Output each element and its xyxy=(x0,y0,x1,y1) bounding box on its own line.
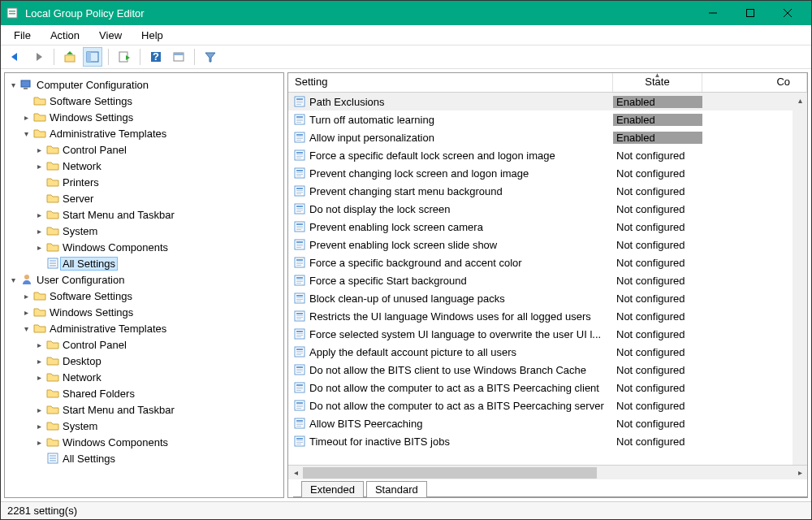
column-setting[interactable]: Setting xyxy=(288,73,613,92)
tree-desktop-user[interactable]: ▸Desktop xyxy=(6,353,282,369)
list-row[interactable]: Prevent enabling lock screen slide showN… xyxy=(288,236,807,254)
list-row[interactable]: Timeout for inactive BITS jobsNot config… xyxy=(288,432,807,450)
minimize-button[interactable] xyxy=(694,1,732,25)
row-state: Enabled xyxy=(613,96,702,108)
vertical-scrollbar[interactable]: ▴ xyxy=(793,93,807,465)
properties-button[interactable] xyxy=(169,47,188,67)
list-row[interactable]: Force a specific Start backgroundNot con… xyxy=(288,271,807,289)
tree-control-panel[interactable]: ▸Control Panel xyxy=(6,141,282,158)
tree-network-user[interactable]: ▸Network xyxy=(6,369,282,385)
chevron-right-icon[interactable]: ▸ xyxy=(32,162,45,171)
tree-pane[interactable]: ▾ Computer Configuration Software Settin… xyxy=(4,72,284,498)
chevron-down-icon[interactable]: ▾ xyxy=(19,129,32,138)
list-row[interactable]: Path ExclusionsEnabled xyxy=(288,93,807,110)
tree-system-user[interactable]: ▸System xyxy=(6,418,282,434)
list-row[interactable]: Do not allow the computer to act as a BI… xyxy=(288,396,807,414)
svg-rect-114 xyxy=(296,388,303,389)
tree-all-settings[interactable]: All Settings xyxy=(6,255,282,271)
tree-server[interactable]: Server xyxy=(6,190,282,206)
back-button[interactable] xyxy=(6,47,25,67)
column-state[interactable]: ▲State xyxy=(613,73,702,92)
tree-windows-settings[interactable]: ▸Windows Settings xyxy=(6,109,282,125)
list-row[interactable]: Prevent changing lock screen and logon i… xyxy=(288,164,807,182)
tree-admin-templates-user[interactable]: ▾Administrative Templates xyxy=(6,320,282,336)
menu-action[interactable]: Action xyxy=(42,28,88,43)
tree-windows-components-user[interactable]: ▸Windows Components xyxy=(6,434,282,450)
export-button[interactable] xyxy=(114,47,134,67)
list-row[interactable]: Restricts the UI language Windows uses f… xyxy=(288,307,807,325)
list-body[interactable]: Path ExclusionsEnabledTurn off automatic… xyxy=(288,93,807,465)
chevron-right-icon[interactable]: ▸ xyxy=(19,308,32,317)
column-comment[interactable]: Co xyxy=(702,73,807,92)
tree-software-settings-user[interactable]: ▸Software Settings xyxy=(6,288,282,304)
tree-start-menu[interactable]: ▸Start Menu and Taskbar xyxy=(6,206,282,223)
list-row[interactable]: Allow input personalizationEnabled xyxy=(288,128,807,146)
list-row[interactable]: Do not allow the computer to act as a BI… xyxy=(288,379,807,396)
scroll-up-icon[interactable]: ▴ xyxy=(793,93,807,107)
list-row[interactable]: Force a specific default lock screen and… xyxy=(288,146,807,164)
svg-rect-38 xyxy=(296,119,303,119)
list-row[interactable]: Block clean-up of unused language packsN… xyxy=(288,289,807,307)
tree-system[interactable]: ▸System xyxy=(6,223,282,239)
svg-rect-54 xyxy=(296,174,303,175)
list-row[interactable]: Do not display the lock screenNot config… xyxy=(288,200,807,218)
tab-standard[interactable]: Standard xyxy=(366,481,427,497)
chevron-down-icon[interactable]: ▾ xyxy=(6,80,19,89)
show-hide-tree-button[interactable] xyxy=(83,47,102,67)
tree-user-configuration[interactable]: ▾ User Configuration xyxy=(6,271,282,288)
chevron-right-icon[interactable]: ▸ xyxy=(32,438,45,447)
tree-computer-configuration[interactable]: ▾ Computer Configuration xyxy=(6,76,282,93)
chevron-right-icon[interactable]: ▸ xyxy=(32,145,45,154)
chevron-right-icon[interactable]: ▸ xyxy=(19,113,32,122)
menu-view[interactable]: View xyxy=(91,28,130,43)
chevron-right-icon[interactable]: ▸ xyxy=(32,357,45,366)
chevron-right-icon[interactable]: ▸ xyxy=(32,243,45,252)
chevron-right-icon[interactable]: ▸ xyxy=(32,227,45,236)
tree-network[interactable]: ▸Network xyxy=(6,158,282,174)
chevron-right-icon[interactable]: ▸ xyxy=(32,373,45,382)
tree-windows-settings-user[interactable]: ▸Windows Settings xyxy=(6,304,282,320)
tree-admin-templates[interactable]: ▾Administrative Templates xyxy=(6,125,282,141)
menu-help[interactable]: Help xyxy=(133,28,171,43)
filter-button[interactable] xyxy=(201,47,220,67)
help-button[interactable]: ? xyxy=(146,47,166,67)
settings-list-icon xyxy=(45,257,60,270)
svg-rect-100 xyxy=(296,336,301,337)
chevron-down-icon[interactable]: ▾ xyxy=(6,275,19,284)
tree-software-settings[interactable]: Software Settings xyxy=(6,93,282,109)
scroll-left-icon[interactable]: ◂ xyxy=(288,468,303,477)
up-button[interactable] xyxy=(60,47,80,67)
scroll-thumb[interactable] xyxy=(303,467,597,479)
list-row[interactable]: Turn off automatic learningEnabled xyxy=(288,110,807,128)
chevron-right-icon[interactable]: ▸ xyxy=(19,292,32,301)
chevron-right-icon[interactable]: ▸ xyxy=(32,422,45,431)
tree-windows-components[interactable]: ▸Windows Components xyxy=(6,239,282,255)
menu-file[interactable]: File xyxy=(6,28,39,43)
horizontal-scrollbar[interactable]: ◂ ▸ xyxy=(288,465,807,479)
tab-extended[interactable]: Extended xyxy=(301,481,364,497)
tree-all-settings-user[interactable]: All Settings xyxy=(6,450,282,466)
chevron-right-icon[interactable]: ▸ xyxy=(32,405,45,414)
chevron-down-icon[interactable]: ▾ xyxy=(19,324,32,333)
tree-control-panel-user[interactable]: ▸Control Panel xyxy=(6,336,282,353)
chevron-right-icon[interactable]: ▸ xyxy=(32,210,45,219)
chevron-right-icon[interactable]: ▸ xyxy=(32,340,45,349)
tree-start-menu-user[interactable]: ▸Start Menu and Taskbar xyxy=(6,401,282,418)
forward-button[interactable] xyxy=(28,47,48,67)
close-button[interactable] xyxy=(769,1,806,25)
list-row[interactable]: Prevent changing start menu backgroundNo… xyxy=(288,182,807,200)
tree-printers[interactable]: Printers xyxy=(6,174,282,190)
scroll-right-icon[interactable]: ▸ xyxy=(793,468,807,477)
list-row[interactable]: Force a specific background and accent c… xyxy=(288,254,807,271)
svg-rect-43 xyxy=(296,136,303,137)
tree-shared-folders-user[interactable]: Shared Folders xyxy=(6,385,282,401)
list-row[interactable]: Allow BITS PeercachingNot configured xyxy=(288,414,807,432)
list-row[interactable]: Apply the default account picture to all… xyxy=(288,343,807,361)
maximize-button[interactable] xyxy=(732,1,769,25)
svg-rect-42 xyxy=(296,134,303,136)
list-header: Setting ▲State Co xyxy=(288,73,807,93)
list-row[interactable]: Do not allow the BITS client to use Wind… xyxy=(288,361,807,379)
list-row[interactable]: Prevent enabling lock screen cameraNot c… xyxy=(288,218,807,236)
scroll-track[interactable] xyxy=(303,467,793,479)
list-row[interactable]: Force selected system UI language to ove… xyxy=(288,325,807,343)
